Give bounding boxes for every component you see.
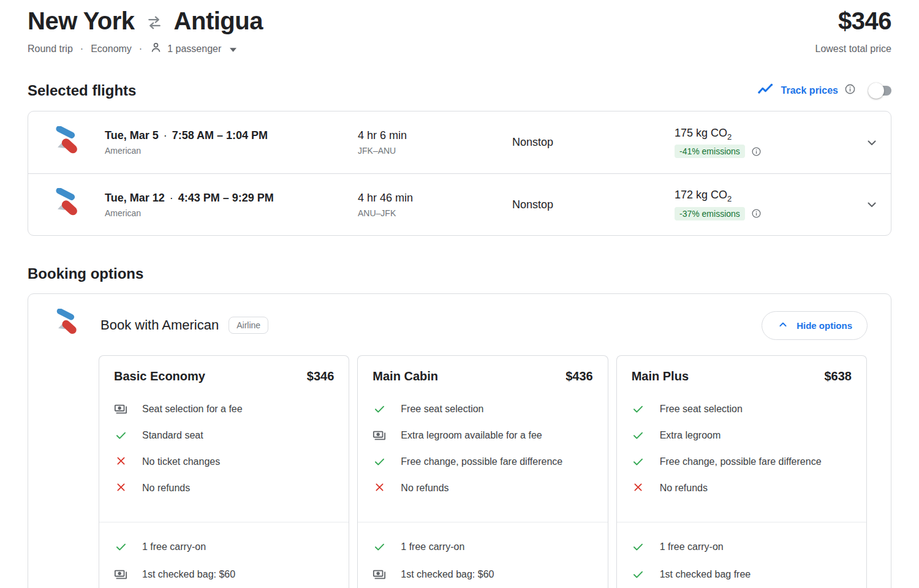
airline-name: American xyxy=(105,146,358,156)
fare-feature: Standard seat xyxy=(114,427,334,443)
info-icon[interactable] xyxy=(844,83,856,97)
check-icon xyxy=(373,538,386,553)
info-icon[interactable] xyxy=(751,146,762,157)
flight-date: Tue, Mar 12 xyxy=(105,192,165,204)
baggage-feature: 1st checked bag free xyxy=(632,566,852,582)
check-icon xyxy=(114,538,127,553)
airline-badge: Airline xyxy=(229,317,268,334)
expand-flight-button[interactable] xyxy=(852,197,891,212)
emissions-badge: -41% emissions xyxy=(675,145,745,158)
baggage-feature: 1 free carry-on xyxy=(114,538,334,555)
section-title-selected-flights: Selected flights xyxy=(28,82,136,99)
fare-feature: Free seat selection xyxy=(632,401,852,417)
expand-flight-button[interactable] xyxy=(852,135,891,150)
flights-page: New York Antigua $346 Round trip · Econo… xyxy=(0,0,919,588)
section-title-booking-options: Booking options xyxy=(28,265,143,282)
cross-icon xyxy=(373,480,386,493)
check-icon xyxy=(632,427,645,442)
separator-dot: · xyxy=(80,43,83,55)
check-icon xyxy=(114,427,127,442)
fare-feature: Extra legroom available for a fee xyxy=(373,427,592,443)
track-prices-label[interactable]: Track prices xyxy=(781,85,838,96)
american-airlines-logo xyxy=(51,309,82,342)
emissions-badge: -37% emissions xyxy=(675,207,745,221)
chevron-down-icon xyxy=(230,43,236,55)
separator-dot: · xyxy=(165,192,178,204)
baggage-feature: 1 free carry-on xyxy=(373,538,592,555)
price-caption: Lowest total price xyxy=(815,43,891,55)
fare-feature: Free change, possible fare difference xyxy=(373,453,592,470)
fare-feature: No refunds xyxy=(373,480,592,496)
cross-icon xyxy=(114,453,127,467)
fare-price: $346 xyxy=(307,369,335,383)
trip-summary-bar: Round trip · Economy · 1 passenger Lowes… xyxy=(28,41,891,56)
cross-icon xyxy=(632,480,645,493)
booking-options-header: Booking options xyxy=(28,265,891,282)
origin-city: New York xyxy=(28,7,135,35)
fare-price: $638 xyxy=(824,369,852,383)
passenger-count-label: 1 passenger xyxy=(167,43,221,55)
track-prices-control: Track prices xyxy=(757,81,891,100)
track-prices-toggle[interactable] xyxy=(868,85,891,97)
hide-options-label: Hide options xyxy=(796,320,852,331)
fare-feature: No ticket changes xyxy=(114,453,334,470)
check-icon xyxy=(632,566,645,581)
fare-name: Main Plus xyxy=(632,369,689,383)
check-icon xyxy=(632,538,645,553)
fare-card-basic-economy: Basic Economy $346 Seat selection for a … xyxy=(99,355,349,588)
american-airlines-logo xyxy=(28,188,105,221)
baggage-feature: 1st checked bag: $60 xyxy=(114,566,334,582)
cross-icon xyxy=(114,480,127,493)
check-icon xyxy=(632,453,645,468)
page-header: New York Antigua $346 xyxy=(28,7,891,35)
total-price: $346 xyxy=(838,7,891,35)
selected-flights-card: Tue, Mar 5·7:58 AM – 1:04 PM American 4 … xyxy=(28,111,891,236)
stops-label: Nonstop xyxy=(512,198,675,211)
price-trend-icon xyxy=(757,81,774,100)
baggage-feature: 1st checked bag: $60 xyxy=(373,566,592,582)
baggage-feature: 1 free carry-on xyxy=(632,538,852,555)
fare-feature: Seat selection for a fee xyxy=(114,401,334,417)
fare-options: Basic Economy $346 Seat selection for a … xyxy=(28,355,891,588)
fee-icon xyxy=(114,566,127,581)
fare-feature: No refunds xyxy=(114,480,334,496)
flight-route: ANU–JFK xyxy=(358,208,512,218)
cabin-class-label[interactable]: Economy xyxy=(91,43,132,55)
flight-duration: 4 hr 6 min xyxy=(358,129,512,142)
fare-feature: Free change, possible fare difference xyxy=(632,453,852,470)
fare-card-main-plus: Main Plus $638 Free seat selection Extra… xyxy=(616,355,867,588)
check-icon xyxy=(632,401,645,415)
destination-city: Antigua xyxy=(174,7,263,35)
fee-icon xyxy=(114,401,127,416)
fare-feature: Extra legroom xyxy=(632,427,852,443)
chevron-up-icon xyxy=(777,318,789,333)
passenger-selector[interactable]: 1 passenger xyxy=(149,41,236,56)
fare-name: Main Cabin xyxy=(373,369,438,383)
co2-amount: 172 kg CO2 xyxy=(675,189,852,203)
flight-times: 7:58 AM – 1:04 PM xyxy=(172,129,268,141)
fee-icon xyxy=(373,566,386,581)
separator-dot: · xyxy=(139,43,142,55)
airline-name: American xyxy=(105,208,358,218)
hide-options-button[interactable]: Hide options xyxy=(762,311,868,340)
american-airlines-logo xyxy=(28,126,105,159)
flight-times: 4:43 PM – 9:29 PM xyxy=(178,192,274,204)
fare-price: $436 xyxy=(565,369,593,383)
fee-icon xyxy=(373,427,386,442)
info-icon[interactable] xyxy=(751,208,762,219)
flight-row-outbound[interactable]: Tue, Mar 5·7:58 AM – 1:04 PM American 4 … xyxy=(28,111,891,173)
book-with-title: Book with American xyxy=(100,317,219,333)
swap-arrows-icon xyxy=(146,14,163,31)
check-icon xyxy=(373,453,386,468)
stops-label: Nonstop xyxy=(512,136,675,149)
trip-type-label[interactable]: Round trip xyxy=(28,43,73,55)
booking-options-card: Book with American Airline Hide options … xyxy=(28,293,891,588)
fare-feature: No refunds xyxy=(632,480,852,496)
flight-route: JFK–ANU xyxy=(358,146,512,156)
fare-name: Basic Economy xyxy=(114,369,205,383)
flight-row-return[interactable]: Tue, Mar 12·4:43 PM – 9:29 PM American 4… xyxy=(28,173,891,235)
fare-feature: Free seat selection xyxy=(373,401,592,417)
route-title: New York Antigua xyxy=(28,7,263,35)
separator-dot: · xyxy=(159,129,172,141)
person-icon xyxy=(149,41,162,56)
